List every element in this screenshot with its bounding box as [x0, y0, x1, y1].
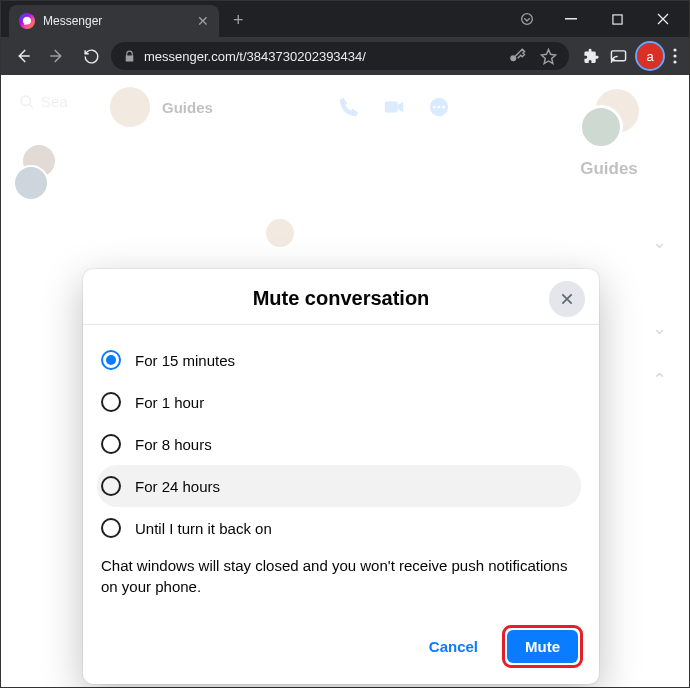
- window-close-button[interactable]: [641, 5, 685, 33]
- extensions-icon[interactable]: [583, 48, 600, 65]
- lock-icon: [123, 50, 136, 63]
- new-tab-button[interactable]: +: [219, 10, 254, 37]
- messenger-icon: [19, 13, 35, 29]
- svg-point-0: [522, 14, 533, 25]
- profile-avatar[interactable]: a: [637, 43, 663, 69]
- radio-icon: [101, 350, 121, 370]
- window-minimize-button[interactable]: [549, 5, 593, 33]
- svg-point-5: [673, 48, 676, 51]
- radio-label: For 8 hours: [135, 436, 212, 453]
- mute-button-highlight: Mute: [502, 625, 583, 668]
- star-icon[interactable]: [540, 48, 557, 65]
- svg-point-7: [673, 60, 676, 63]
- cast-icon[interactable]: [610, 48, 627, 65]
- mute-option-1h[interactable]: For 1 hour: [101, 381, 581, 423]
- reload-button[interactable]: [77, 42, 105, 70]
- mute-option-8h[interactable]: For 8 hours: [101, 423, 581, 465]
- modal-title: Mute conversation: [103, 287, 579, 310]
- app-area: Sea Guides Guides ⌄ ⌄: [1, 75, 689, 687]
- tab-dropdown-icon[interactable]: [519, 11, 547, 27]
- svg-point-6: [673, 54, 676, 57]
- radio-icon: [101, 518, 121, 538]
- svg-rect-1: [565, 18, 577, 20]
- modal-close-button[interactable]: [549, 281, 585, 317]
- radio-icon: [101, 392, 121, 412]
- browser-tab[interactable]: Messenger ✕: [9, 5, 219, 37]
- cancel-button[interactable]: Cancel: [415, 630, 492, 663]
- radio-label: For 1 hour: [135, 394, 204, 411]
- address-omnibox[interactable]: messenger.com/t/3843730202393434/: [111, 42, 569, 70]
- back-button[interactable]: [9, 42, 37, 70]
- browser-address-bar: messenger.com/t/3843730202393434/ a: [1, 37, 689, 75]
- mute-option-forever[interactable]: Until I turn it back on: [101, 507, 581, 549]
- tab-close-icon[interactable]: ✕: [197, 13, 209, 29]
- mute-conversation-modal: Mute conversation For 15 minutes For 1 h…: [83, 269, 599, 684]
- key-icon[interactable]: [508, 47, 526, 65]
- window-maximize-button[interactable]: [595, 5, 639, 33]
- mute-option-15m[interactable]: For 15 minutes: [101, 339, 581, 381]
- radio-icon: [101, 434, 121, 454]
- mute-option-24h[interactable]: For 24 hours: [97, 465, 581, 507]
- radio-label: For 15 minutes: [135, 352, 235, 369]
- svg-point-3: [510, 55, 516, 61]
- browser-titlebar: Messenger ✕ +: [1, 1, 689, 37]
- modal-description: Chat windows will stay closed and you wo…: [101, 549, 581, 609]
- radio-label: Until I turn it back on: [135, 520, 272, 537]
- radio-icon: [101, 476, 121, 496]
- radio-label: For 24 hours: [135, 478, 220, 495]
- mute-button[interactable]: Mute: [507, 630, 578, 663]
- forward-button[interactable]: [43, 42, 71, 70]
- svg-rect-2: [612, 14, 621, 23]
- menu-icon[interactable]: [673, 48, 677, 64]
- url-text: messenger.com/t/3843730202393434/: [144, 49, 366, 64]
- tab-title: Messenger: [43, 14, 102, 28]
